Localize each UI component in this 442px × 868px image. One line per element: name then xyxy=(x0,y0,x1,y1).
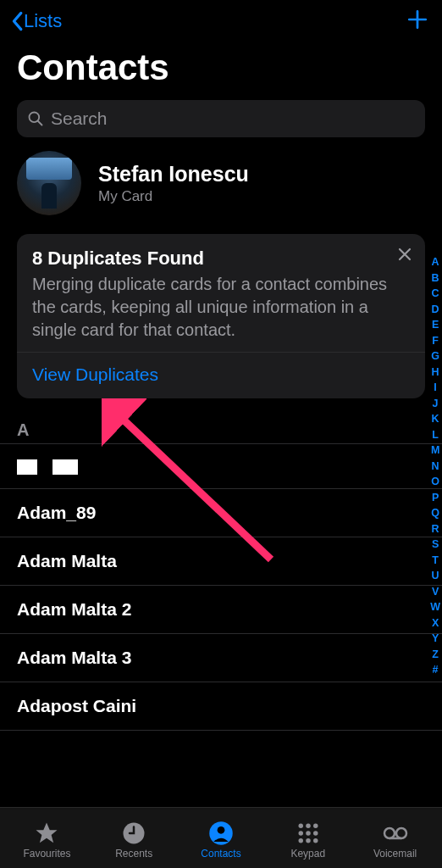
chevron-left-icon xyxy=(10,11,24,31)
svg-point-9 xyxy=(306,831,311,836)
my-card-name: Stefan Ionescu xyxy=(98,162,249,186)
svg-point-13 xyxy=(313,838,318,843)
search-icon xyxy=(27,110,44,127)
svg-point-11 xyxy=(298,838,303,843)
my-card-row[interactable]: Stefan Ionescu My Card xyxy=(0,137,442,229)
redacted-text xyxy=(17,459,37,475)
duplicates-text: Merging duplicate cards for a contact co… xyxy=(32,273,410,342)
search-placeholder: Search xyxy=(51,108,108,129)
alphabet-index[interactable]: ABCDEFGHIJKLMNOPQRSTUVWXYZ# xyxy=(430,254,440,678)
tab-recents[interactable]: Recents xyxy=(91,821,178,860)
svg-point-10 xyxy=(313,831,318,836)
redacted-text xyxy=(52,459,78,475)
svg-point-6 xyxy=(306,823,311,828)
svg-point-14 xyxy=(384,828,395,838)
plus-icon xyxy=(406,8,428,31)
duplicates-card: 8 Duplicates Found Merging duplicate car… xyxy=(17,234,425,398)
add-button[interactable] xyxy=(406,8,428,34)
clock-icon xyxy=(121,821,146,846)
tab-contacts[interactable]: Contacts xyxy=(178,821,265,860)
search-input[interactable]: Search xyxy=(17,100,425,137)
section-header-a: A xyxy=(0,398,442,444)
svg-point-4 xyxy=(218,826,225,833)
svg-point-12 xyxy=(306,838,311,843)
voicemail-icon xyxy=(383,821,408,846)
close-button[interactable] xyxy=(396,246,413,266)
svg-point-15 xyxy=(396,828,406,838)
close-icon xyxy=(396,246,413,263)
tab-keypad[interactable]: Keypad xyxy=(264,821,351,860)
star-icon xyxy=(34,821,59,846)
back-label: Lists xyxy=(24,10,62,32)
my-card-sub: My Card xyxy=(98,188,249,205)
person-icon xyxy=(208,821,234,846)
contact-row[interactable]: Adam Malta xyxy=(0,537,442,586)
contact-row[interactable]: Adam Malta 2 xyxy=(0,586,442,634)
keypad-icon xyxy=(296,821,321,846)
svg-point-8 xyxy=(298,831,303,836)
duplicates-title: 8 Duplicates Found xyxy=(32,248,410,270)
contact-row[interactable]: Adam Malta 3 xyxy=(0,634,442,682)
svg-point-5 xyxy=(298,823,303,828)
tab-bar: Favourites Recents Contacts Keypad Voice… xyxy=(0,807,442,868)
contact-row[interactable]: Adam_89 xyxy=(0,489,442,537)
svg-point-7 xyxy=(313,823,318,828)
contact-row[interactable]: Adapost Caini xyxy=(0,682,442,731)
tab-favourites[interactable]: Favourites xyxy=(3,821,91,860)
contact-row[interactable] xyxy=(0,444,442,489)
view-duplicates-link[interactable]: View Duplicates xyxy=(32,353,410,398)
page-title: Contacts xyxy=(0,41,442,100)
back-button[interactable]: Lists xyxy=(10,10,62,32)
avatar xyxy=(17,151,81,215)
tab-voicemail[interactable]: Voicemail xyxy=(351,821,439,860)
